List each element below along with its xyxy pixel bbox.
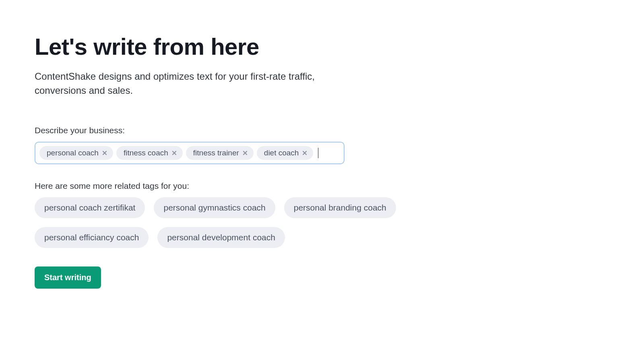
suggested-tag-chip[interactable]: personal coach zertifikat xyxy=(35,197,145,218)
remove-tag-icon[interactable] xyxy=(302,150,308,156)
suggested-tags: personal coach zertifikat personal gymna… xyxy=(35,197,402,248)
onboarding-page: Let's write from here ContentShake desig… xyxy=(0,0,402,289)
business-tags-input[interactable]: personal coach fitness coach fitness tra… xyxy=(35,142,345,164)
suggested-tag-chip[interactable]: personal efficiancy coach xyxy=(35,227,149,248)
tag-chip: diet coach xyxy=(257,146,314,160)
tag-chip-label: diet coach xyxy=(264,149,299,157)
tag-chip: fitness trainer xyxy=(186,146,254,160)
tag-chip-label: fitness trainer xyxy=(193,149,239,157)
tag-chip-label: fitness coach xyxy=(124,149,168,157)
remove-tag-icon[interactable] xyxy=(242,150,248,156)
tag-chip-label: personal coach xyxy=(47,149,99,157)
start-writing-button[interactable]: Start writing xyxy=(35,266,101,289)
describe-label: Describe your business: xyxy=(35,126,402,135)
related-tags-label: Here are some more related tags for you: xyxy=(35,181,402,191)
suggested-tag-chip[interactable]: personal development coach xyxy=(157,227,285,248)
remove-tag-icon[interactable] xyxy=(102,150,107,156)
page-heading: Let's write from here xyxy=(35,35,402,59)
remove-tag-icon[interactable] xyxy=(171,150,177,156)
page-subtitle: ContentShake designs and optimizes text … xyxy=(35,70,316,98)
text-cursor xyxy=(318,148,318,158)
tag-chip: fitness coach xyxy=(116,146,183,160)
tag-chip: personal coach xyxy=(39,146,113,160)
suggested-tag-chip[interactable]: personal branding coach xyxy=(284,197,396,218)
suggested-tag-chip[interactable]: personal gymnastics coach xyxy=(154,197,275,218)
